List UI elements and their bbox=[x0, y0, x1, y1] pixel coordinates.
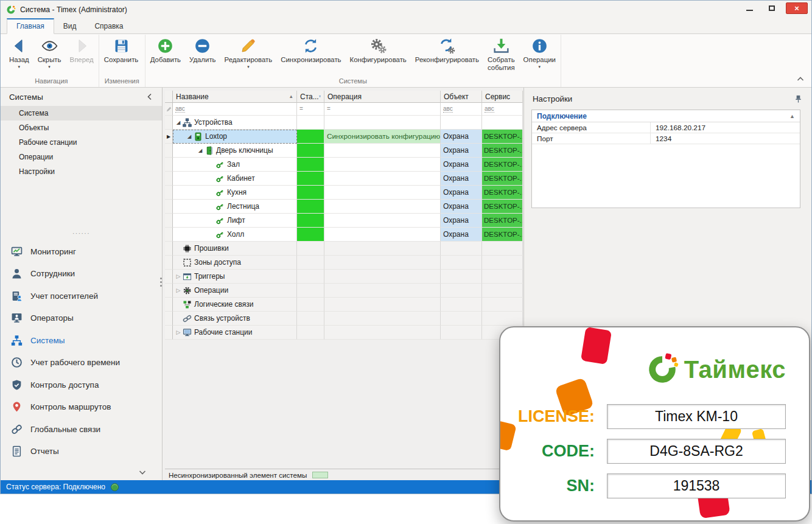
tree-row[interactable]: ЛестницаОхранаDESKTOP-... bbox=[165, 200, 523, 214]
tree-row[interactable]: ▷Операции bbox=[165, 284, 523, 298]
filter-cell-col-service[interactable]: авс bbox=[482, 103, 523, 116]
synchronize-button[interactable]: Синхронизировать bbox=[276, 35, 345, 64]
forward-button[interactable]: Вперед bbox=[66, 35, 98, 64]
back-button[interactable]: Назад▾ bbox=[5, 35, 33, 69]
maximize-button[interactable] bbox=[763, 2, 780, 13]
nav-employees[interactable]: Сотрудники bbox=[1, 263, 162, 285]
connection-section-header[interactable]: Подключение ▲ bbox=[532, 110, 800, 122]
tree-row[interactable]: ▶◢LoxtopСинхронизировать конфигурациюОхр… bbox=[165, 130, 523, 144]
sidebar-more-button[interactable] bbox=[139, 469, 146, 476]
settings-field-value[interactable]: 1234 bbox=[651, 133, 800, 144]
tab-view[interactable]: Вид bbox=[54, 19, 86, 33]
collect-events-icon bbox=[492, 37, 510, 55]
expand-node-icon[interactable]: ▷ bbox=[174, 273, 183, 279]
tree-row[interactable]: ХоллОхранаDESKTOP-... bbox=[165, 228, 523, 242]
delete-button[interactable]: Удалить bbox=[185, 35, 220, 64]
cell-operation bbox=[324, 144, 441, 158]
cell-name[interactable]: Лифт bbox=[173, 214, 297, 228]
settings-field-value[interactable]: 192.168.20.217 bbox=[651, 122, 800, 133]
collapse-node-icon[interactable]: ◢ bbox=[185, 133, 194, 139]
tab-help[interactable]: Справка bbox=[85, 19, 132, 33]
cell-name[interactable]: Кабинет bbox=[173, 172, 297, 186]
collapse-node-icon[interactable]: ◢ bbox=[196, 147, 205, 153]
splitter-grip-icon[interactable] bbox=[160, 278, 162, 287]
save-button[interactable]: Сохранить bbox=[100, 35, 143, 64]
save-icon bbox=[113, 37, 130, 55]
tree-row[interactable]: Зоны доступа bbox=[165, 256, 523, 270]
sidebar-collapse-button[interactable] bbox=[146, 93, 153, 100]
filter-cell-col-status[interactable]: = bbox=[297, 103, 324, 116]
tree-row[interactable]: ЗалОхранаDESKTOP-... bbox=[165, 158, 523, 172]
filter-cell-col-object[interactable]: авс bbox=[441, 103, 482, 116]
cell-name[interactable]: Связь устройств bbox=[173, 312, 297, 326]
tree-row[interactable]: КабинетОхранаDESKTOP-... bbox=[165, 172, 523, 186]
filter-cell-col-name[interactable]: авс bbox=[173, 103, 297, 116]
collapse-node-icon[interactable]: ◢ bbox=[174, 119, 183, 125]
cell-name[interactable]: Зоны доступа bbox=[173, 256, 297, 270]
expand-node-icon[interactable]: ▷ bbox=[174, 287, 183, 293]
tree-row[interactable]: Логические связи bbox=[165, 298, 523, 312]
cell-name[interactable]: ▷Триггеры bbox=[173, 270, 297, 284]
collect-events-button[interactable]: Собрать события bbox=[483, 35, 519, 72]
cell-name[interactable]: Холл bbox=[173, 228, 297, 242]
sidebar-spacer bbox=[1, 179, 162, 230]
tree-row[interactable]: КухняОхранаDESKTOP-... bbox=[165, 186, 523, 200]
cell-name[interactable]: ▷Рабочие станции bbox=[173, 326, 297, 340]
nav-systems[interactable]: Системы bbox=[1, 329, 162, 352]
nav-global-links[interactable]: Глобальные связи bbox=[1, 418, 162, 441]
filter-cell-col-operation[interactable]: = bbox=[324, 103, 441, 116]
nav-access-control[interactable]: Контроль доступа bbox=[1, 374, 162, 396]
tab-home[interactable]: Главная bbox=[7, 18, 54, 34]
nav-monitoring[interactable]: Мониторинг bbox=[1, 240, 162, 263]
tree-row[interactable]: ◢Дверь ключницыОхранаDESKTOP-... bbox=[165, 144, 523, 158]
row-label: Лестница bbox=[227, 202, 259, 211]
reconfigure-button[interactable]: Реконфигурировать bbox=[411, 35, 483, 64]
cell-name[interactable]: ◢Loxtop bbox=[173, 130, 297, 144]
column-header-col-name[interactable]: Название▲ bbox=[173, 91, 297, 103]
tree-row[interactable]: ◢Устройства bbox=[165, 116, 523, 130]
ribbon-collapse-button[interactable] bbox=[797, 75, 804, 83]
sidebar-item-objects[interactable]: Объекты bbox=[1, 121, 162, 135]
hide-button[interactable]: Скрыть▾ bbox=[33, 35, 66, 69]
tree-row[interactable]: ЛифтОхранаDESKTOP-... bbox=[165, 214, 523, 228]
expand-node-icon[interactable]: ▷ bbox=[174, 329, 183, 335]
row-label: Зал bbox=[227, 160, 240, 169]
column-header-col-operation[interactable]: Операция bbox=[324, 91, 441, 103]
configure-button[interactable]: Конфигурировать bbox=[346, 35, 411, 64]
sidebar-item-workstations[interactable]: Рабочие станции bbox=[1, 135, 162, 150]
column-header-col-status[interactable]: Ста... bbox=[297, 91, 324, 103]
row-indicator bbox=[165, 214, 173, 228]
nav-operators[interactable]: Операторы bbox=[1, 307, 162, 330]
minimize-button[interactable] bbox=[741, 2, 758, 13]
nav-reports[interactable]: Отчеты bbox=[1, 441, 162, 463]
nav-item-label: Отчеты bbox=[30, 447, 59, 456]
column-header-col-service[interactable]: Сервис bbox=[482, 91, 523, 103]
sidebar-item-system[interactable]: Система bbox=[1, 106, 162, 121]
tree-row[interactable]: ▷Рабочие станции bbox=[165, 326, 523, 340]
nav-worktime[interactable]: Учет рабочего времени bbox=[1, 352, 162, 374]
add-button[interactable]: Добавить bbox=[146, 35, 185, 64]
column-header-col-object[interactable]: Объект bbox=[441, 91, 482, 103]
close-button[interactable]: × bbox=[786, 2, 808, 14]
operations-button[interactable]: Операции▾ bbox=[519, 35, 560, 69]
sidebar-item-operations[interactable]: Операции bbox=[1, 150, 162, 164]
sidebar-splitter-handle[interactable]: ······ bbox=[1, 230, 162, 237]
tree-row[interactable]: Связь устройств bbox=[165, 312, 523, 326]
cell-name[interactable]: Кухня bbox=[173, 186, 297, 200]
unsynced-legend-swatch bbox=[312, 472, 328, 478]
cell-name[interactable]: Зал bbox=[173, 158, 297, 172]
nav-route-control[interactable]: Контроль маршрутов bbox=[1, 396, 162, 419]
cell-name[interactable]: Прошивки bbox=[173, 242, 297, 256]
cell-name[interactable]: ◢Дверь ключницы bbox=[173, 144, 297, 158]
license-field-value: D4G-8SA-RG2 bbox=[607, 439, 786, 464]
cell-name[interactable]: ◢Устройства bbox=[173, 116, 297, 130]
tree-row[interactable]: Прошивки bbox=[165, 242, 523, 256]
pin-icon[interactable] bbox=[794, 94, 803, 103]
nav-visitors[interactable]: Учет посетителей bbox=[1, 285, 162, 307]
sidebar-item-settings[interactable]: Настройки bbox=[1, 164, 162, 179]
edit-button[interactable]: Редактировать▾ bbox=[220, 35, 277, 69]
cell-name[interactable]: Лестница bbox=[173, 200, 297, 214]
cell-name[interactable]: Логические связи bbox=[173, 298, 297, 312]
tree-row[interactable]: ▷Триггеры bbox=[165, 270, 523, 284]
cell-name[interactable]: ▷Операции bbox=[173, 284, 297, 298]
